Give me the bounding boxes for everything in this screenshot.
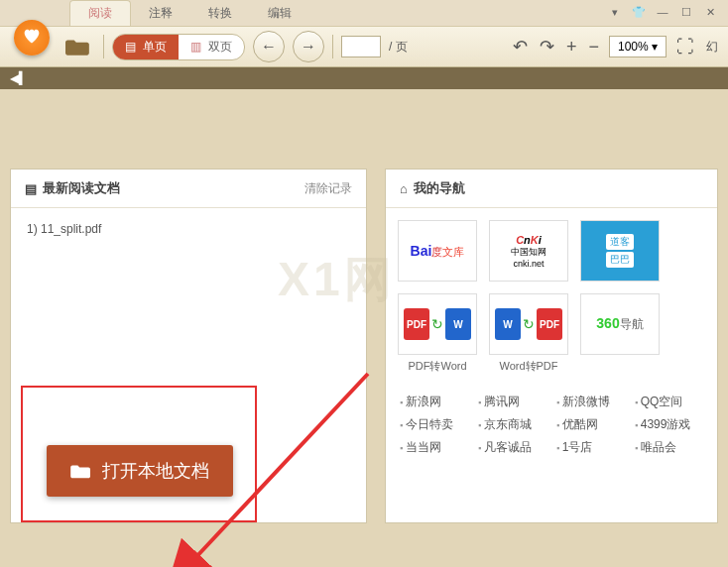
nav-card-pdf2word[interactable]: PDF↻W	[398, 293, 477, 355]
link-item[interactable]: 腾讯网	[478, 394, 546, 410]
link-item[interactable]: 新浪微博	[556, 394, 625, 410]
nav-card-baidu[interactable]: Bai度文库	[398, 220, 477, 282]
open-folder-icon[interactable]	[65, 34, 95, 59]
recent-files-title: ▤ 最新阅读文档	[25, 179, 120, 197]
single-page-icon: ▤	[125, 40, 139, 54]
home-icon: ⌂	[400, 181, 408, 196]
document-icon: ▤	[25, 181, 37, 196]
double-page-icon: ▥	[190, 40, 204, 54]
slideshow-icon[interactable]: 幻	[704, 39, 720, 56]
link-item[interactable]: 1号店	[556, 439, 625, 456]
dropdown-icon[interactable]: ▾	[605, 4, 625, 20]
nav-card-daoke[interactable]: 道客巴巴	[580, 220, 660, 282]
link-item[interactable]: 优酷网	[556, 416, 625, 433]
link-item[interactable]: 新浪网	[400, 394, 468, 410]
word2pdf-label: Word转PDF	[499, 359, 557, 374]
link-item[interactable]: QQ空间	[635, 394, 703, 410]
layout-toggle: ▤ 单页 ▥ 双页	[112, 34, 245, 60]
nav-card-word2pdf[interactable]: W↻PDF	[489, 293, 568, 355]
zoom-out-icon[interactable]: −	[586, 37, 601, 57]
link-item[interactable]: 4399游戏	[635, 416, 703, 433]
link-item[interactable]: 当当网	[400, 439, 468, 456]
quick-links: 新浪网 腾讯网 新浪微博 QQ空间 今日特卖 京东商城 优酷网 4399游戏 当…	[386, 386, 717, 464]
link-item[interactable]: 今日特卖	[400, 416, 468, 433]
zoom-in-icon[interactable]: +	[564, 37, 579, 57]
tab-convert[interactable]: 转换	[190, 1, 250, 26]
rotate-cw-icon[interactable]: ↷	[538, 36, 556, 57]
link-item[interactable]: 唯品会	[635, 439, 703, 456]
recent-files-panel: ▤ 最新阅读文档 清除记录 1) 11_split.pdf 打开本地文档	[10, 169, 367, 523]
nav-card-cnki[interactable]: CCnkinKi中国知网cnki.net	[489, 220, 568, 282]
tab-annotate[interactable]: 注释	[131, 1, 190, 26]
single-page-button[interactable]: ▤ 单页	[113, 35, 179, 59]
page-number-input[interactable]	[341, 36, 381, 57]
open-button-label: 打开本地文档	[102, 459, 209, 483]
pdf2word-label: PDF转Word	[408, 359, 466, 374]
page-suffix-label: / 页	[389, 39, 408, 56]
skin-icon[interactable]: 👕	[629, 4, 649, 20]
navigation-title: ⌂ 我的导航	[400, 179, 465, 197]
tab-read[interactable]: 阅读	[69, 0, 131, 26]
app-logo[interactable]	[14, 20, 50, 56]
sub-toolbar: ◀▍	[0, 67, 728, 89]
single-page-label: 单页	[143, 39, 167, 56]
open-local-file-button[interactable]: 打开本地文档	[47, 445, 233, 497]
minimize-icon[interactable]: —	[653, 4, 672, 20]
file-item[interactable]: 1) 11_split.pdf	[27, 218, 350, 240]
fullscreen-icon[interactable]: ⛶	[674, 37, 696, 57]
next-page-button[interactable]: →	[293, 31, 324, 62]
folder-icon	[70, 462, 92, 480]
back-icon[interactable]: ◀▍	[10, 71, 28, 85]
rotate-ccw-icon[interactable]: ↶	[511, 36, 530, 57]
file-list: 1) 11_split.pdf	[11, 208, 366, 250]
link-item[interactable]: 京东商城	[478, 416, 546, 433]
nav-card-360[interactable]: 360导航	[580, 293, 660, 355]
double-page-label: 双页	[208, 39, 232, 56]
prev-page-button[interactable]: ←	[253, 31, 285, 62]
tab-edit[interactable]: 编辑	[250, 1, 309, 26]
nav-grid: Bai度文库 CCnkinKi中国知网cnki.net 道客巴巴 PDF↻W P…	[386, 208, 717, 386]
maximize-icon[interactable]: ☐	[676, 4, 696, 20]
clear-history-button[interactable]: 清除记录	[304, 180, 352, 197]
navigation-panel: ⌂ 我的导航 Bai度文库 CCnkinKi中国知网cnki.net 道客巴巴	[385, 169, 718, 523]
content-area: ▤ 最新阅读文档 清除记录 1) 11_split.pdf 打开本地文档 ⌂ 我…	[0, 89, 728, 567]
double-page-button[interactable]: ▥ 双页	[179, 35, 244, 59]
link-item[interactable]: 凡客诚品	[478, 439, 546, 456]
close-icon[interactable]: ✕	[700, 4, 720, 20]
zoom-level[interactable]: 100% ▾	[609, 36, 667, 57]
toolbar: ▤ 单页 ▥ 双页 ← → / 页 ↶ ↷ + − 100% ▾ ⛶ 幻	[0, 26, 728, 67]
